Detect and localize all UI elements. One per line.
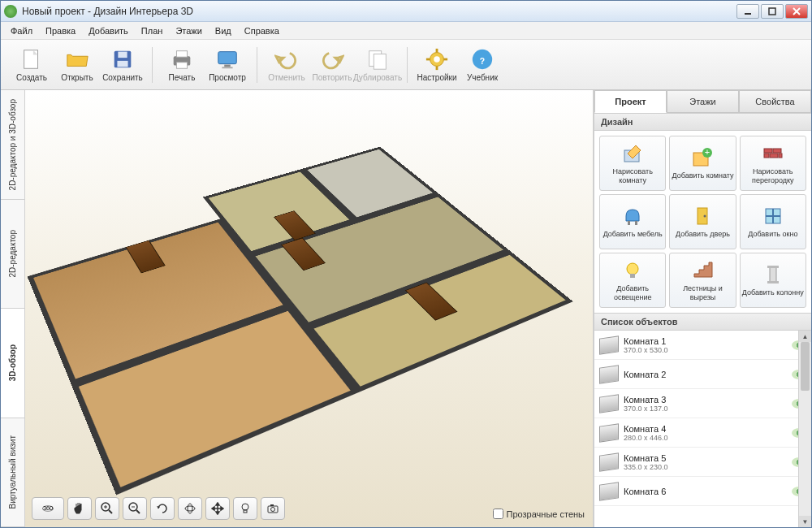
room-icon <box>599 335 619 354</box>
svg-text:360: 360 <box>43 504 53 512</box>
view-toolbar: 360 <box>32 496 285 521</box>
floorplan-3d <box>25 147 579 504</box>
svg-rect-7 <box>118 52 127 58</box>
close-button[interactable] <box>785 4 808 19</box>
preview-button[interactable]: Просмотр <box>205 42 250 88</box>
3d-viewport[interactable]: 360 Прозрачные стены <box>25 90 594 527</box>
scroll-thumb[interactable] <box>801 342 810 391</box>
scroll-up-icon[interactable]: ▲ <box>799 331 811 342</box>
new-file-icon <box>19 47 44 71</box>
tutorial-button[interactable]: ?Учебник <box>460 42 505 88</box>
menu-plan[interactable]: План <box>136 24 168 38</box>
bulb-icon <box>621 259 644 282</box>
tab-virtual[interactable]: Виртуальный визит <box>1 418 24 528</box>
turntable-button[interactable]: 360 <box>32 497 64 520</box>
list-item[interactable]: Комната 6 <box>594 477 811 506</box>
pan-button[interactable] <box>67 497 92 520</box>
svg-text:?: ? <box>480 57 485 66</box>
svg-line-32 <box>136 510 140 513</box>
room-icon <box>599 365 619 383</box>
menu-floors[interactable]: Этажи <box>171 24 206 38</box>
menu-add[interactable]: Добавить <box>84 24 133 38</box>
svg-rect-10 <box>176 51 187 58</box>
save-button[interactable]: Сохранить <box>100 42 145 88</box>
add-light-button[interactable]: Добавить освещение <box>599 253 666 308</box>
stairs-button[interactable]: Лестницы и вырезы <box>669 253 736 308</box>
scene <box>25 90 593 527</box>
gear-icon <box>425 47 449 71</box>
scrollbar[interactable]: ▲ ▼ <box>798 331 811 527</box>
draw-wall-button[interactable]: Нарисовать перегородку <box>740 136 806 191</box>
menu-edit[interactable]: Правка <box>41 24 80 38</box>
tab-floors[interactable]: Этажи <box>667 90 739 113</box>
svg-point-18 <box>434 56 440 63</box>
tab-3d[interactable]: 3D-обзор <box>1 309 24 418</box>
menubar: Файл Правка Добавить План Этажи Вид Спра… <box>1 22 811 40</box>
folder-icon <box>65 47 89 71</box>
separator <box>257 47 257 83</box>
svg-marker-40 <box>216 512 219 514</box>
add-room-button[interactable]: +Добавить комнату <box>669 136 736 191</box>
svg-rect-53 <box>773 149 781 153</box>
add-window-button[interactable]: Добавить окно <box>740 194 806 249</box>
add-column-button[interactable]: Добавить колонну <box>740 253 806 308</box>
right-tabs: Проект Этажи Свойства <box>594 90 811 113</box>
design-header: Дизайн <box>594 113 811 131</box>
menu-file[interactable]: Файл <box>6 24 37 38</box>
objects-header: Список объектов <box>594 313 811 331</box>
list-item[interactable]: Комната 4280.0 x 446.0 <box>594 418 811 448</box>
snapshot-button[interactable] <box>261 497 285 520</box>
svg-rect-54 <box>764 154 769 158</box>
svg-rect-56 <box>779 154 782 158</box>
svg-point-60 <box>704 215 706 218</box>
svg-point-64 <box>627 263 638 275</box>
room-icon <box>599 423 619 442</box>
svg-point-43 <box>242 504 248 510</box>
pencil-room-icon <box>621 142 644 165</box>
open-button[interactable]: Открыть <box>54 42 100 88</box>
add-furniture-button[interactable]: Добавить мебель <box>599 194 666 249</box>
tab-properties[interactable]: Свойства <box>739 90 811 113</box>
list-item[interactable]: Комната 5335.0 x 230.0 <box>594 448 811 477</box>
menu-help[interactable]: Справка <box>240 24 284 38</box>
svg-rect-66 <box>770 266 776 283</box>
minimize-button[interactable] <box>736 4 759 19</box>
orbit-button[interactable] <box>178 497 202 520</box>
menu-view[interactable]: Вид <box>210 24 236 38</box>
app-window: Новый проект - Дизайн Интерьера 3D Файл … <box>0 0 812 528</box>
transparent-walls-toggle[interactable]: Прозрачные стены <box>493 509 585 519</box>
separator <box>152 47 153 83</box>
svg-rect-16 <box>374 54 386 69</box>
settings-button[interactable]: Настройки <box>414 42 460 88</box>
workarea: 2D-редактор и 3D-обзор 2D-редактор 3D-об… <box>1 90 811 527</box>
scroll-down-icon[interactable]: ▼ <box>799 516 811 527</box>
draw-room-button[interactable]: Нарисовать комнату <box>599 136 666 191</box>
zoom-out-button[interactable] <box>123 497 147 520</box>
undo-button[interactable]: Отменить <box>264 42 309 88</box>
tab-project[interactable]: Проект <box>594 90 667 113</box>
list-item[interactable]: Комната 2 <box>594 360 811 389</box>
transparent-walls-checkbox[interactable] <box>493 509 503 519</box>
redo-button[interactable]: Повторить <box>309 42 355 88</box>
svg-rect-68 <box>767 281 779 283</box>
expand-button[interactable] <box>205 497 230 520</box>
create-button[interactable]: Создать <box>9 42 54 88</box>
add-door-button[interactable]: Добавить дверь <box>669 194 736 249</box>
rotate-button[interactable] <box>150 497 175 520</box>
tab-2d-3d[interactable]: 2D-редактор и 3D-обзор <box>1 90 24 200</box>
svg-rect-14 <box>222 67 232 68</box>
tab-2d[interactable]: 2D-редактор <box>1 200 24 309</box>
svg-marker-41 <box>212 507 214 510</box>
svg-rect-8 <box>117 61 127 67</box>
svg-rect-52 <box>764 149 772 153</box>
svg-rect-58 <box>635 221 637 225</box>
svg-rect-13 <box>224 65 231 67</box>
light-button[interactable] <box>233 497 257 520</box>
list-item[interactable]: Комната 1370.0 x 530.0 <box>594 331 811 360</box>
maximize-button[interactable] <box>761 4 784 19</box>
list-item[interactable]: Комната 3370.0 x 137.0 <box>594 389 811 418</box>
print-button[interactable]: Печать <box>159 42 205 88</box>
help-icon: ? <box>470 47 495 71</box>
duplicate-button[interactable]: Дублировать <box>355 42 400 88</box>
zoom-in-button[interactable] <box>95 497 119 520</box>
